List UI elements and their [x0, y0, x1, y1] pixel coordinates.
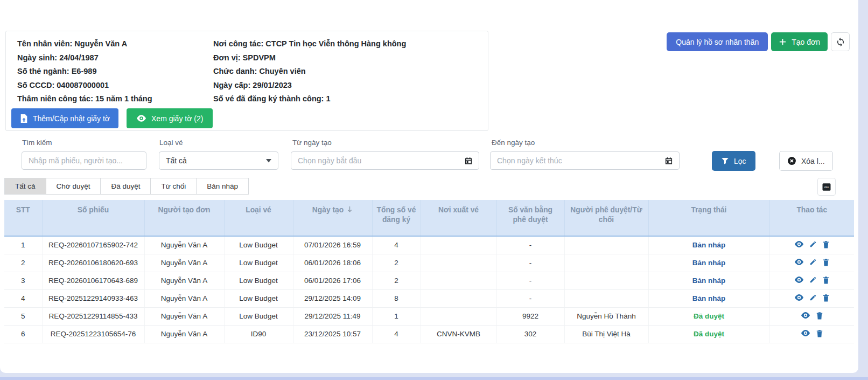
tab-pending[interactable]: Chờ duyệt — [46, 178, 101, 195]
filter-button-label: Lọc — [734, 157, 746, 165]
view-icon[interactable] — [792, 294, 807, 303]
cell-so-van-bang: - — [496, 254, 564, 272]
delete-icon[interactable] — [813, 312, 826, 321]
table-row: 3 REQ-20260106170643-689 Nguyễn Văn A Lo… — [4, 272, 854, 289]
create-order-button[interactable]: Tạo đơn — [771, 32, 828, 51]
delete-icon[interactable] — [820, 258, 832, 268]
cell-tong-so-ve: 4 — [372, 236, 421, 254]
cell-nguoi-tao-don: Nguyễn Văn A — [144, 236, 224, 254]
tab-approved-label: Đã duyệt — [111, 182, 140, 190]
from-date-input[interactable]: Chọn ngày bắt đầu — [291, 151, 479, 170]
employee-cccd: Số CCCD: 040087000001 — [17, 79, 211, 93]
employee-info-right-column: Nơi công tác: CTCP Tin học Viễn thông Hà… — [213, 37, 482, 106]
delete-icon[interactable] — [820, 294, 832, 303]
xlsx-file-icon: xlsx — [821, 182, 832, 192]
tab-approved[interactable]: Đã duyệt — [100, 178, 151, 195]
tab-draft[interactable]: Bản nháp — [196, 178, 249, 195]
cell-tong-so-ve: 8 — [372, 289, 421, 307]
tab-all-label: Tất cả — [15, 182, 36, 190]
employee-card-number: Số thẻ ngành: E6-989 — [17, 65, 211, 79]
cell-tong-so-ve: 2 — [372, 254, 421, 272]
filter-button[interactable]: Lọc — [712, 151, 755, 171]
cell-actions — [769, 254, 854, 272]
tab-rejected[interactable]: Từ chối — [150, 178, 197, 195]
cell-actions — [769, 236, 854, 254]
tab-pending-label: Chờ duyệt — [57, 182, 90, 190]
header-nguoi-tao-don[interactable]: Người tạo đơn — [144, 200, 224, 236]
header-tong-so-ve[interactable]: Tổng số vé đăng ký — [372, 200, 421, 236]
ticket-type-selected-value: Tất cả — [166, 156, 187, 165]
cell-stt: 5 — [4, 307, 42, 325]
clear-filter-label: Xóa l... — [801, 157, 825, 165]
table-row: 2 REQ-20260106180620-693 Nguyễn Văn A Lo… — [4, 254, 854, 272]
table-row: 6 REQ-20251223105654-76 Nguyễn Văn A ID9… — [4, 325, 854, 343]
header-loai-ve[interactable]: Loại vé — [224, 200, 293, 236]
cell-ngay-tao: 29/12/2025 14:09 — [293, 289, 372, 307]
delete-icon[interactable] — [813, 329, 826, 339]
plus-icon — [779, 38, 787, 46]
header-so-van-bang[interactable]: Số văn bằng phê duyệt — [496, 200, 564, 236]
view-icon[interactable] — [792, 276, 807, 285]
cell-nguoi-phe-duyet — [564, 236, 648, 254]
view-icon[interactable] — [792, 240, 807, 250]
refresh-button[interactable] — [831, 32, 850, 51]
cell-actions — [769, 289, 854, 307]
clear-filter-button[interactable]: Xóa l... — [779, 151, 833, 171]
edit-icon[interactable] — [807, 240, 820, 250]
cell-so-phieu: REQ-20251229140933-463 — [42, 289, 144, 307]
table-row: 5 REQ-20251229114855-433 Nguyễn Văn A Lo… — [4, 307, 854, 325]
status-badge: Bản nháp — [648, 254, 769, 272]
view-documents-button[interactable]: Xem giấy tờ (2) — [127, 108, 213, 128]
view-icon[interactable] — [792, 258, 807, 267]
create-order-label: Tạo đơn — [792, 38, 820, 46]
circle-x-icon — [787, 156, 796, 165]
edit-icon[interactable] — [807, 294, 820, 303]
cell-actions — [769, 325, 854, 343]
header-so-phieu[interactable]: Số phiếu — [42, 200, 144, 236]
from-date-placeholder: Chọn ngày bắt đầu — [298, 156, 361, 165]
edit-icon[interactable] — [807, 276, 820, 285]
employee-ticket-count: Số vé đã đăng ký thành công: 1 — [213, 92, 482, 106]
header-noi-xuat-ve[interactable]: Nơi xuất vé — [421, 200, 496, 236]
main-content-card: Tên nhân viên: Nguyễn Văn A Ngày sinh: 2… — [0, 0, 858, 373]
add-update-documents-button[interactable]: Thêm/Cập nhật giấy tờ — [11, 108, 118, 128]
cell-loai-ve: Low Budget — [224, 254, 293, 272]
ticket-type-select[interactable]: Tất cả — [159, 151, 278, 170]
cell-noi-xuat-ve: CNVN-KVMB — [421, 325, 496, 343]
employee-seniority: Thâm niên công tác: 15 năm 1 tháng — [17, 92, 211, 106]
cell-so-phieu: REQ-20251229114855-433 — [42, 307, 144, 325]
search-label: Tìm kiếm — [22, 139, 52, 147]
header-stt[interactable]: STT — [4, 200, 42, 236]
delete-icon[interactable] — [820, 240, 832, 250]
filter-funnel-icon — [721, 157, 729, 165]
status-badge: Đã duyệt — [648, 307, 769, 325]
header-thao-tac[interactable]: Thao tác — [769, 200, 854, 236]
sort-descending-icon — [347, 206, 353, 216]
status-badge: Bản nháp — [648, 272, 769, 289]
header-ngay-tao[interactable]: Ngày tạo — [293, 200, 372, 236]
cell-ngay-tao: 23/12/2025 10:57 — [293, 325, 372, 343]
view-icon[interactable] — [798, 329, 813, 338]
cell-ngay-tao: 29/12/2025 11:49 — [293, 307, 372, 325]
cell-so-van-bang: 302 — [496, 325, 564, 343]
view-icon[interactable] — [798, 312, 813, 321]
cell-noi-xuat-ve — [421, 289, 496, 307]
header-nguoi-phe-duyet[interactable]: Người phê duyệt/Từ chối — [564, 200, 648, 236]
to-date-input[interactable]: Chọn ngày kết thúc — [490, 151, 680, 170]
manage-personal-profile-button[interactable]: Quản lý hồ sơ nhân thân — [667, 32, 768, 51]
edit-icon[interactable] — [807, 258, 820, 267]
employee-info-left-column: Tên nhân viên: Nguyễn Văn A Ngày sinh: 2… — [17, 37, 211, 106]
calendar-icon — [664, 156, 673, 165]
delete-icon[interactable] — [820, 276, 832, 286]
cell-nguoi-phe-duyet — [564, 254, 648, 272]
cell-ngay-tao: 06/01/2026 18:06 — [293, 254, 372, 272]
horizontal-scrollbar[interactable] — [0, 377, 868, 380]
header-trang-thai[interactable]: Trạng thái — [648, 200, 769, 236]
employee-unit: Đơn vị: SPDVPM — [213, 51, 482, 65]
table-row: 4 REQ-20251229140933-463 Nguyễn Văn A Lo… — [4, 289, 854, 307]
tab-all[interactable]: Tất cả — [4, 178, 46, 195]
search-input[interactable] — [22, 151, 146, 170]
cell-so-van-bang: 9922 — [496, 307, 564, 325]
export-xlsx-button[interactable]: xlsx — [817, 178, 836, 196]
cell-loai-ve: Low Budget — [224, 236, 293, 254]
